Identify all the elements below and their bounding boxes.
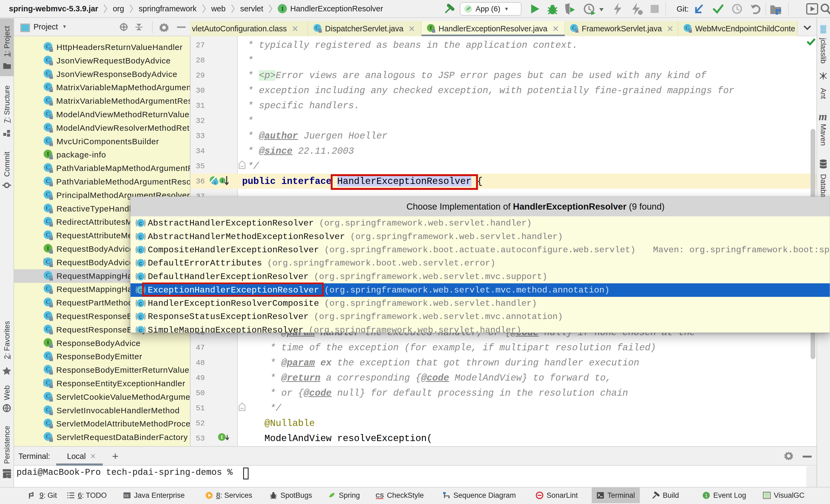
svg-text:C: C <box>46 406 50 413</box>
svg-text:C: C <box>46 285 50 292</box>
svg-text:c: c <box>139 274 142 280</box>
svg-text:C: C <box>46 326 50 332</box>
svg-text:C: C <box>46 191 50 198</box>
svg-text:c: c <box>139 234 142 240</box>
svg-text:C: C <box>46 97 50 103</box>
svg-text:C: C <box>46 43 50 50</box>
svg-text:C: C <box>46 70 50 77</box>
svg-text:1: 1 <box>705 493 708 498</box>
svg-text:C: C <box>46 379 50 386</box>
svg-text:I: I <box>47 150 49 157</box>
svg-text:CS: CS <box>376 492 384 499</box>
svg-text:C: C <box>686 25 689 31</box>
svg-text:I: I <box>221 434 223 440</box>
svg-text:I: I <box>222 178 223 183</box>
svg-text:EE: EE <box>124 494 129 498</box>
svg-text:C: C <box>46 298 50 305</box>
svg-text:C: C <box>46 83 50 90</box>
svg-text:C: C <box>46 258 50 265</box>
svg-text:I: I <box>47 245 49 251</box>
svg-text:c: c <box>139 327 142 333</box>
svg-text:c: c <box>139 221 142 227</box>
svg-text:C: C <box>46 231 50 238</box>
svg-text:c: c <box>139 314 142 320</box>
svg-text:c: c <box>139 301 142 307</box>
svg-text:I: I <box>430 25 432 31</box>
svg-text:C: C <box>46 419 50 426</box>
svg-text:C: C <box>46 164 50 171</box>
svg-text:C: C <box>46 433 50 440</box>
svg-text:c: c <box>139 260 142 267</box>
svg-text:C: C <box>46 124 50 130</box>
svg-text:C: C <box>46 218 50 225</box>
svg-text:c: c <box>139 247 142 254</box>
svg-text:C: C <box>46 352 50 359</box>
svg-text:C: C <box>46 393 50 400</box>
svg-text:C: C <box>572 25 576 31</box>
svg-text:C: C <box>46 110 50 117</box>
svg-text:C: C <box>316 25 319 31</box>
svg-text:C: C <box>46 204 50 211</box>
svg-text:C: C <box>46 137 50 144</box>
svg-text:C: C <box>46 366 50 372</box>
svg-text:C: C <box>46 57 50 63</box>
svg-text:I: I <box>47 339 49 346</box>
svg-text:C: C <box>46 312 50 319</box>
svg-text:c: c <box>214 181 216 185</box>
svg-text:C: C <box>46 177 50 184</box>
svg-text:C: C <box>46 272 50 278</box>
